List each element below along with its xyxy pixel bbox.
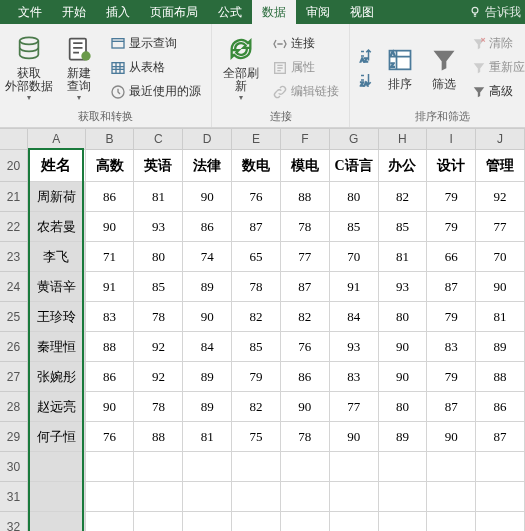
cell[interactable]: 80 — [134, 242, 183, 272]
cell[interactable] — [183, 512, 232, 531]
cell[interactable] — [183, 482, 232, 512]
cell[interactable]: 78 — [134, 302, 183, 332]
cell[interactable]: 76 — [86, 422, 135, 452]
cell[interactable]: 93 — [379, 272, 428, 302]
cell[interactable]: 王珍玲 — [28, 302, 86, 332]
cell[interactable] — [134, 482, 183, 512]
connections-button[interactable]: 连接 — [268, 33, 343, 55]
show-query-button[interactable]: 显示查询 — [106, 33, 205, 55]
col-header[interactable]: J — [476, 129, 525, 149]
cell[interactable]: 78 — [232, 272, 281, 302]
cell[interactable]: 91 — [86, 272, 135, 302]
cell[interactable]: 76 — [281, 332, 330, 362]
row-header[interactable]: 23 — [0, 242, 28, 272]
get-external-data-button[interactable]: 获取 外部数据 ▾ — [6, 32, 52, 104]
cell[interactable] — [281, 482, 330, 512]
col-header[interactable]: B — [86, 129, 135, 149]
cell[interactable]: 90 — [476, 272, 525, 302]
cell[interactable]: 89 — [183, 362, 232, 392]
tab-file[interactable]: 文件 — [8, 0, 52, 24]
cell[interactable] — [86, 512, 135, 531]
select-all-corner[interactable] — [0, 129, 28, 149]
tab-home[interactable]: 开始 — [52, 0, 96, 24]
sort-desc-button[interactable]: ZA — [356, 69, 378, 91]
cell[interactable]: 92 — [476, 182, 525, 212]
cell[interactable] — [86, 482, 135, 512]
cell[interactable]: 91 — [330, 272, 379, 302]
cell[interactable]: 90 — [281, 392, 330, 422]
cell[interactable]: 92 — [134, 362, 183, 392]
tab-view[interactable]: 视图 — [340, 0, 384, 24]
advanced-filter-button[interactable]: 高级 — [468, 81, 525, 103]
recent-sources-button[interactable]: 最近使用的源 — [106, 81, 205, 103]
cell[interactable]: 85 — [379, 212, 428, 242]
sort-asc-button[interactable]: AZ — [356, 45, 378, 67]
cell[interactable]: 82 — [232, 392, 281, 422]
cell[interactable]: 90 — [86, 392, 135, 422]
col-header[interactable]: E — [232, 129, 281, 149]
cell[interactable] — [427, 512, 476, 531]
cell[interactable] — [281, 452, 330, 482]
cell[interactable]: 88 — [476, 362, 525, 392]
cell[interactable]: 84 — [183, 332, 232, 362]
cell[interactable] — [28, 482, 86, 512]
cell[interactable]: 89 — [183, 272, 232, 302]
cell[interactable] — [476, 452, 525, 482]
cell[interactable]: 高数 — [86, 150, 135, 182]
cell[interactable]: 88 — [86, 332, 135, 362]
cell[interactable]: 86 — [86, 362, 135, 392]
cell[interactable]: 89 — [476, 332, 525, 362]
col-header[interactable]: C — [134, 129, 183, 149]
cell[interactable]: 88 — [134, 422, 183, 452]
cell[interactable]: 80 — [379, 302, 428, 332]
cell[interactable] — [427, 482, 476, 512]
cell[interactable] — [28, 512, 86, 531]
cell[interactable]: 90 — [330, 422, 379, 452]
cell[interactable]: 87 — [476, 422, 525, 452]
cell[interactable]: 秦理恒 — [28, 332, 86, 362]
cell[interactable]: 86 — [281, 362, 330, 392]
cell[interactable] — [476, 482, 525, 512]
cell[interactable]: 79 — [427, 362, 476, 392]
filter-button[interactable]: 筛选 — [424, 32, 464, 104]
cell[interactable]: 92 — [134, 332, 183, 362]
cell[interactable]: 85 — [232, 332, 281, 362]
col-header[interactable]: F — [281, 129, 330, 149]
row-header[interactable]: 32 — [0, 512, 28, 531]
cell[interactable]: 93 — [330, 332, 379, 362]
cell[interactable]: 81 — [134, 182, 183, 212]
cell[interactable] — [28, 452, 86, 482]
cell[interactable]: 86 — [183, 212, 232, 242]
cell[interactable]: 87 — [281, 272, 330, 302]
sort-button[interactable]: AZ 排序 — [380, 32, 420, 104]
cell[interactable]: 80 — [330, 182, 379, 212]
cell[interactable] — [232, 452, 281, 482]
row-header[interactable]: 21 — [0, 182, 28, 212]
cell[interactable]: 英语 — [134, 150, 183, 182]
cell[interactable]: 83 — [86, 302, 135, 332]
cell[interactable]: 设计 — [427, 150, 476, 182]
cell[interactable]: 黄语辛 — [28, 272, 86, 302]
cell[interactable]: 71 — [86, 242, 135, 272]
reapply-button[interactable]: 重新应 — [468, 57, 525, 79]
tab-data[interactable]: 数据 — [252, 0, 296, 24]
cell[interactable]: 90 — [379, 332, 428, 362]
cell[interactable]: 张婉彤 — [28, 362, 86, 392]
cell[interactable] — [232, 512, 281, 531]
cell[interactable]: 93 — [134, 212, 183, 242]
row-header[interactable]: 28 — [0, 392, 28, 422]
cell[interactable]: 何子恒 — [28, 422, 86, 452]
tab-review[interactable]: 审阅 — [296, 0, 340, 24]
cell[interactable]: 78 — [134, 392, 183, 422]
edit-links-button[interactable]: 编辑链接 — [268, 81, 343, 103]
cell[interactable]: 88 — [281, 182, 330, 212]
cell[interactable]: 79 — [427, 212, 476, 242]
refresh-all-button[interactable]: 全部刷新 ▾ — [218, 32, 264, 104]
cell[interactable]: 赵远亮 — [28, 392, 86, 422]
tab-layout[interactable]: 页面布局 — [140, 0, 208, 24]
cell[interactable] — [281, 512, 330, 531]
tab-formula[interactable]: 公式 — [208, 0, 252, 24]
cell[interactable]: 办公 — [379, 150, 428, 182]
clear-filter-button[interactable]: 清除 — [468, 33, 525, 55]
cell[interactable]: 82 — [232, 302, 281, 332]
